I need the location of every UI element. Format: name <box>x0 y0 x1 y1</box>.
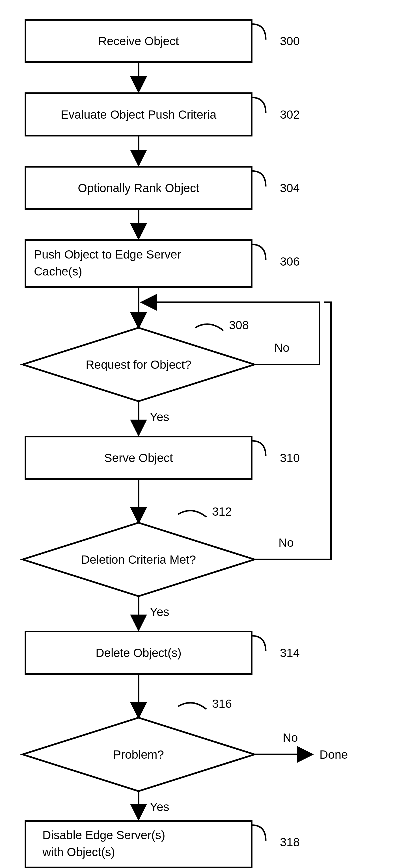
edge-308-yes-label: Yes <box>150 410 169 424</box>
node-serve-object-label: Serve Object <box>104 451 173 465</box>
edge-316-yes-label: Yes <box>150 800 169 813</box>
node-push-object-ref: 306 <box>280 255 300 268</box>
edge-312-yes-label: Yes <box>150 605 169 619</box>
flowchart-diagram: Receive Object 300 Evaluate Object Push … <box>0 0 393 868</box>
node-receive-object-label: Receive Object <box>98 34 179 48</box>
edge-312-no-label: No <box>278 536 294 549</box>
done-label: Done <box>320 748 348 761</box>
node-problem-decision-label: Problem? <box>113 748 164 761</box>
node-receive-object-ref: 300 <box>280 34 300 48</box>
node-serve-object-ref: 310 <box>280 451 300 465</box>
node-request-decision-ref: 308 <box>229 318 249 332</box>
svg-rect-3 <box>25 240 252 287</box>
node-evaluate-criteria: Evaluate Object Push Criteria 302 <box>25 93 300 135</box>
node-disable-edge-label-line1: Disable Edge Server(s) <box>42 829 165 842</box>
node-rank-object-ref: 304 <box>280 181 300 195</box>
node-receive-object: Receive Object 300 <box>25 20 300 62</box>
node-request-decision: Request for Object? 308 <box>23 318 254 401</box>
node-delete-objects: Delete Object(s) 314 <box>25 631 300 674</box>
node-serve-object: Serve Object 310 <box>25 437 300 479</box>
edge-316-no-label: No <box>283 731 298 744</box>
node-evaluate-criteria-label: Evaluate Object Push Criteria <box>61 108 217 121</box>
node-disable-edge: Disable Edge Server(s) with Object(s) 31… <box>25 821 300 867</box>
node-rank-object: Optionally Rank Object 304 <box>25 167 300 209</box>
node-disable-edge-label-line2: with Object(s) <box>42 845 115 859</box>
node-rank-object-label: Optionally Rank Object <box>78 181 199 195</box>
node-push-object-label-line1: Push Object to Edge Server <box>34 248 181 261</box>
node-push-object: Push Object to Edge Server Cache(s) 306 <box>25 240 300 287</box>
node-evaluate-criteria-ref: 302 <box>280 108 300 121</box>
node-request-decision-label: Request for Object? <box>86 358 191 371</box>
node-problem-decision-ref: 316 <box>212 697 232 710</box>
node-deletion-decision-ref: 312 <box>212 505 232 518</box>
node-delete-objects-label: Delete Object(s) <box>96 646 181 659</box>
node-delete-objects-ref: 314 <box>280 646 300 659</box>
node-disable-edge-ref: 318 <box>280 836 300 849</box>
svg-rect-9 <box>25 821 252 867</box>
node-deletion-decision-label: Deletion Criteria Met? <box>81 553 196 566</box>
edge-308-no-label: No <box>274 341 290 354</box>
node-push-object-label-line2: Cache(s) <box>34 265 82 278</box>
